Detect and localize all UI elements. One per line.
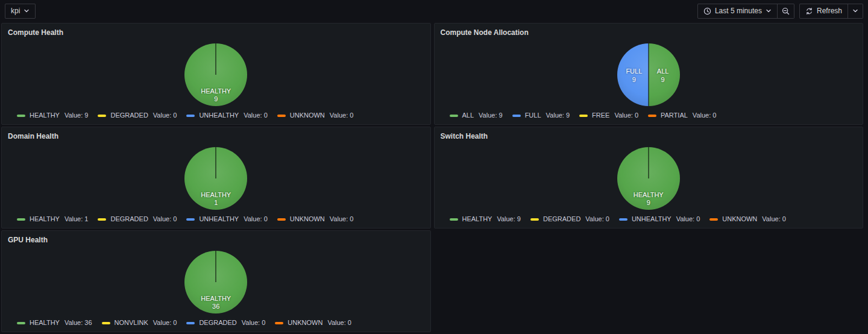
legend-item[interactable]: UNKNOWN Value: 0 <box>277 216 354 222</box>
empty-dashboard-cell <box>434 230 864 332</box>
legend: ALL Value: 9 FULL Value: 9 FREE Value: 0… <box>435 112 863 124</box>
panel-header: GPU Health <box>2 231 430 245</box>
legend-swatch <box>619 218 627 221</box>
pie-slice-label: HEALTHY 1 <box>201 191 231 208</box>
refresh-button[interactable]: Refresh <box>799 4 848 19</box>
pie-chart[interactable]: HEALTHY 36 <box>184 251 247 314</box>
pie-slice-label: FULL 9 <box>626 68 642 84</box>
panel-title[interactable]: GPU Health <box>8 236 48 244</box>
legend-swatch <box>275 322 283 324</box>
panel-header: Switch Health <box>435 127 863 141</box>
legend-item[interactable]: DEGRADED Value: 0 <box>98 216 177 222</box>
time-range-zoom-out-button[interactable] <box>778 4 794 19</box>
panel-compute-node-allocation: Compute Node Allocation FULL 9 ALL 9 ALL… <box>434 23 864 125</box>
legend-swatch <box>277 115 286 117</box>
legend-swatch <box>17 322 25 324</box>
pie-chart-area: HEALTHY 1 <box>2 141 430 216</box>
legend-item[interactable]: PARTIAL Value: 0 <box>648 112 716 119</box>
legend-item[interactable]: HEALTHY Value: 36 <box>17 320 92 326</box>
pie-chart[interactable]: HEALTHY 9 <box>617 147 680 210</box>
pie-chart-area: HEALTHY 9 <box>435 141 863 216</box>
chevron-down-icon <box>24 8 30 14</box>
pie-chart[interactable]: HEALTHY 9 <box>184 43 247 106</box>
legend-swatch <box>98 218 106 221</box>
legend-swatch <box>450 218 458 221</box>
legend-item[interactable]: HEALTHY Value: 1 <box>17 216 88 222</box>
pie-chart-area: HEALTHY 9 <box>2 37 430 112</box>
legend: HEALTHY Value: 36 NONVLINK Value: 0 DEGR… <box>2 320 430 332</box>
panel-header: Compute Health <box>2 24 430 37</box>
dashboard-toolbar: kpi Last 5 minutes <box>0 0 868 22</box>
time-range-picker-button[interactable]: Last 5 minutes <box>697 4 778 19</box>
time-controls: Last 5 minutes <box>697 4 794 19</box>
legend-item[interactable]: FULL Value: 9 <box>512 112 570 119</box>
legend-swatch <box>98 115 106 117</box>
legend-item[interactable]: UNKNOWN Value: 0 <box>709 216 786 222</box>
panel-header: Compute Node Allocation <box>435 24 863 37</box>
dashboard-breadcrumb-button[interactable]: kpi <box>5 4 36 19</box>
dashboard-grid: Compute Health HEALTHY 9 HEALTHY Value: … <box>0 22 868 334</box>
refresh-controls: Refresh <box>799 4 863 19</box>
pie-slice-label: HEALTHY 36 <box>201 295 231 312</box>
panel-title[interactable]: Switch Health <box>441 132 488 140</box>
legend-item[interactable]: HEALTHY Value: 9 <box>450 216 521 222</box>
legend-item[interactable]: FREE Value: 0 <box>579 112 638 119</box>
legend-item[interactable]: UNKNOWN Value: 0 <box>275 320 351 326</box>
pie-chart[interactable]: FULL 9 ALL 9 <box>617 43 680 106</box>
pie-chart-area: HEALTHY 36 <box>2 245 430 320</box>
legend-item[interactable]: UNHEALTHY Value: 0 <box>186 216 267 222</box>
panel-domain-health: Domain Health HEALTHY 1 HEALTHY Value: 1… <box>1 127 431 228</box>
pie-slice-label: ALL 9 <box>657 68 669 84</box>
legend-swatch <box>17 218 25 221</box>
refresh-label: Refresh <box>817 7 842 15</box>
refresh-icon <box>805 7 813 15</box>
legend-swatch <box>277 218 286 221</box>
legend-swatch <box>648 115 656 117</box>
legend-item[interactable]: DEGRADED Value: 0 <box>98 112 177 119</box>
legend-swatch <box>186 218 195 221</box>
legend: HEALTHY Value: 9 DEGRADED Value: 0 UNHEA… <box>2 112 430 124</box>
legend-item[interactable]: UNHEALTHY Value: 0 <box>186 112 267 119</box>
pie-chart[interactable]: HEALTHY 1 <box>184 147 247 210</box>
panel-switch-health: Switch Health HEALTHY 9 HEALTHY Value: 9… <box>434 127 864 228</box>
legend: HEALTHY Value: 1 DEGRADED Value: 0 UNHEA… <box>2 216 430 228</box>
clock-icon <box>703 7 711 15</box>
legend-item[interactable]: HEALTHY Value: 9 <box>17 112 88 119</box>
legend-item[interactable]: DEGRADED Value: 0 <box>530 216 609 222</box>
legend-item[interactable]: DEGRADED Value: 0 <box>186 320 265 326</box>
legend-swatch <box>102 322 110 324</box>
legend-swatch <box>530 218 539 221</box>
pie-chart-area: FULL 9 ALL 9 <box>435 37 863 112</box>
panel-title[interactable]: Domain Health <box>8 132 58 140</box>
legend-item[interactable]: NONVLINK Value: 0 <box>102 320 177 326</box>
legend-swatch <box>186 322 195 324</box>
panel-title[interactable]: Compute Node Allocation <box>441 28 529 37</box>
panel-header: Domain Health <box>2 127 430 141</box>
panel-compute-health: Compute Health HEALTHY 9 HEALTHY Value: … <box>1 23 431 125</box>
legend-item[interactable]: UNHEALTHY Value: 0 <box>619 216 700 222</box>
pie-slice-label: HEALTHY 9 <box>634 191 664 208</box>
legend-item[interactable]: ALL Value: 9 <box>450 112 503 119</box>
chevron-down-icon <box>766 8 772 14</box>
legend-swatch <box>17 115 25 117</box>
zoom-out-icon <box>782 7 790 15</box>
panel-title[interactable]: Compute Health <box>8 28 63 37</box>
refresh-interval-dropdown[interactable] <box>848 4 863 19</box>
legend-swatch <box>709 218 718 221</box>
legend-swatch <box>579 115 588 117</box>
legend-item[interactable]: UNKNOWN Value: 0 <box>277 112 354 119</box>
legend-swatch <box>450 115 458 117</box>
panel-gpu-health: GPU Health HEALTHY 36 HEALTHY Value: 36 … <box>1 230 431 332</box>
chevron-down-icon <box>852 8 858 14</box>
dashboard-name: kpi <box>11 7 20 15</box>
time-range-label: Last 5 minutes <box>715 7 762 15</box>
legend-swatch <box>512 115 521 117</box>
legend-swatch <box>186 115 195 117</box>
pie-slice-label: HEALTHY 9 <box>201 87 231 104</box>
legend: HEALTHY Value: 9 DEGRADED Value: 0 UNHEA… <box>435 216 863 228</box>
